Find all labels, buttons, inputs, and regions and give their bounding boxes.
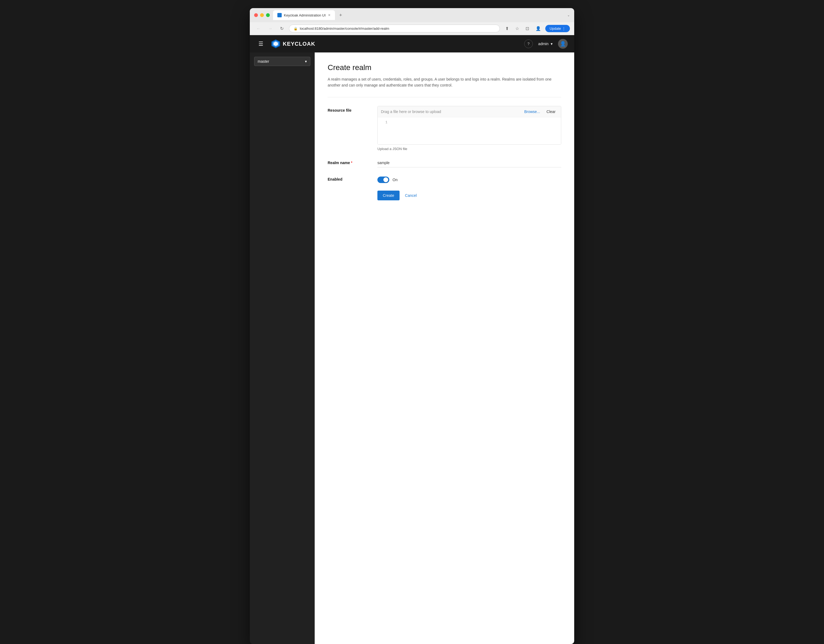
toggle-state-label: On [392,178,398,182]
tab-bar: Keycloak Administration UI ✕ + [273,10,564,20]
reload-button[interactable]: ↻ [278,25,286,32]
lock-icon: 🔒 [294,27,298,31]
header-left: ☰ KEYCLOAK [256,39,315,49]
avatar-icon: 👤 [560,41,566,47]
window-controls: ⌄ [567,13,570,17]
create-button[interactable]: Create [377,191,400,200]
bookmark-button[interactable]: ☆ [513,25,521,32]
sidebar-toggle-button[interactable]: ⊡ [523,25,531,32]
update-button[interactable]: Update ⋮ [545,25,570,32]
clear-button[interactable]: Clear [544,108,558,115]
update-chevron-icon: ⋮ [562,26,566,31]
active-tab[interactable]: Keycloak Administration UI ✕ [273,10,335,20]
tab-close-icon[interactable]: ✕ [328,13,331,17]
forward-button[interactable]: → [266,25,275,32]
help-icon: ? [527,41,530,46]
enabled-label: Enabled [327,175,371,181]
realm-selector[interactable]: master ▾ [254,57,311,66]
update-label: Update [550,26,561,31]
resource-file-group: Resource file Drag a file here or browse… [327,106,561,151]
realm-name-label: Realm name * [327,158,371,165]
realm-selector-chevron-icon: ▾ [305,59,307,63]
code-content[interactable] [390,121,558,141]
upload-hint: Upload a JSON file [377,147,561,151]
enabled-toggle[interactable] [377,177,389,183]
keycloak-logo: KEYCLOAK [271,39,315,49]
tab-title: Keycloak Administration UI [284,13,326,17]
close-button[interactable] [254,13,258,17]
resource-file-label: Resource file [327,106,371,112]
realm-name-wrapper [377,158,561,168]
browse-button[interactable]: Browse... [522,108,542,115]
realm-name-group: Realm name * [327,158,561,168]
help-button[interactable]: ? [524,40,533,48]
toggle-thumb [383,177,388,182]
file-upload-area: Drag a file here or browse to upload Bro… [377,106,561,144]
line-numbers: 1 [381,121,387,141]
file-upload-header: Drag a file here or browse to upload Bro… [378,106,561,117]
logo-text: KEYCLOAK [283,41,315,47]
new-tab-button[interactable]: + [337,11,344,19]
page-title: Create realm [327,63,561,72]
toolbar-actions: ⬆ ☆ ⊡ 👤 Update ⋮ [503,25,570,32]
required-indicator: * [351,161,352,164]
minimize-button[interactable] [260,13,264,17]
page-description: A realm manages a set of users, credenti… [327,76,561,88]
browser-titlebar: Keycloak Administration UI ✕ + ⌄ [250,8,574,22]
profile-button[interactable]: 👤 [533,25,543,32]
share-button[interactable]: ⬆ [503,25,511,32]
file-upload-placeholder: Drag a file here or browse to upload [381,109,520,114]
main-content: Create realm A realm manages a set of us… [315,52,574,644]
user-label: admin [538,41,549,46]
app-container: ☰ KEYCLOAK ? admin ▾ [250,35,574,644]
address-bar[interactable]: 🔒 localhost:8180/admin/master/console/#/… [289,25,500,32]
tab-favicon [277,13,282,17]
user-chevron-icon: ▾ [551,41,553,46]
maximize-button[interactable] [266,13,270,17]
line-number-1: 1 [381,121,387,124]
keycloak-logo-icon [271,39,281,49]
browser-toolbar: ← → ↻ 🔒 localhost:8180/admin/master/cons… [250,22,574,35]
url-text: localhost:8180/admin/master/console/#/ma… [300,26,389,31]
traffic-lights [254,13,270,17]
resource-file-wrapper: Drag a file here or browse to upload Bro… [377,106,561,151]
realm-selector-label: master [258,59,269,63]
divider [327,97,561,97]
back-button[interactable]: ← [254,25,263,32]
realm-name-input[interactable] [377,158,561,168]
user-avatar[interactable]: 👤 [558,39,568,49]
enabled-group: Enabled On [327,175,561,183]
app-header: ☰ KEYCLOAK ? admin ▾ [250,35,574,52]
main-layout: master ▾ Create realm A realm manages a … [250,52,574,644]
header-right: ? admin ▾ 👤 [524,39,568,49]
toggle-wrapper: On [377,175,398,183]
browser-window: Keycloak Administration UI ✕ + ⌄ ← → ↻ 🔒… [250,8,574,644]
button-group: Create Cancel [377,191,561,200]
sidebar: master ▾ [250,52,315,644]
user-menu[interactable]: admin ▾ [538,41,553,46]
hamburger-button[interactable]: ☰ [256,40,266,48]
cancel-button[interactable]: Cancel [404,191,418,200]
code-editor: 1 [378,117,561,144]
